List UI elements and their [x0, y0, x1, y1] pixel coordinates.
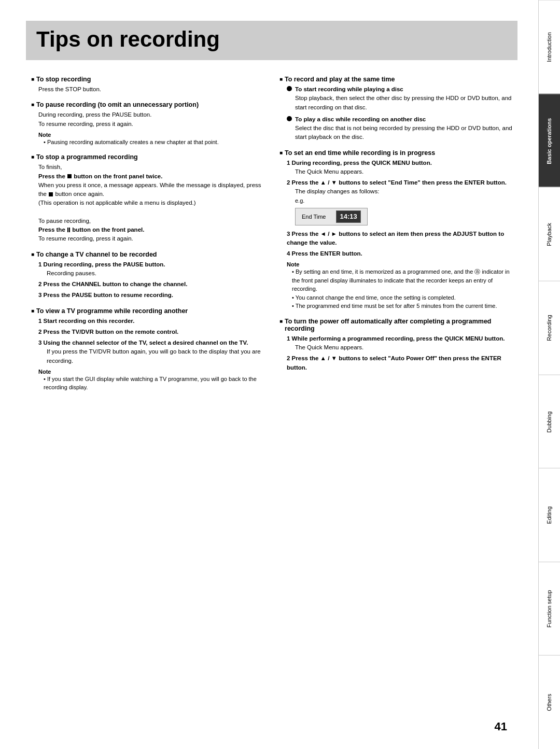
step-power-2: 2 Press the ▲ / ▼ buttons to select "Aut…: [287, 354, 512, 372]
section-heading-channel: To change a TV channel to be recorded: [31, 251, 264, 258]
record-play-title: To record and play at the same time: [285, 76, 395, 83]
sidebar-label-basic-operations: Basic operations: [545, 118, 553, 164]
end-time-title: To set an end time while recording is in…: [285, 149, 435, 157]
step-end-3: 3 Press the ◄ / ► buttons to select an i…: [287, 230, 512, 248]
change-channel-title: To change a TV channel to be recorded: [36, 251, 157, 258]
pause-recording-title: To pause recording (to omit an unnecessa…: [36, 101, 199, 108]
sidebar-label-others: Others: [545, 694, 553, 711]
two-columns: To stop recording Press the STOP button.…: [31, 76, 512, 399]
step-channel-1: 1 During recording, press the PAUSE butt…: [38, 260, 264, 278]
sidebar-tab-dubbing[interactable]: Dubbing: [539, 375, 560, 469]
right-column: To record and play at the same time To s…: [279, 76, 512, 399]
title-bar: Tips on recording: [26, 21, 517, 60]
section-stop-programmed: To stop a programmed recording To finish…: [31, 153, 264, 243]
section-heading-pause: To pause recording (to omit an unnecessa…: [31, 101, 264, 108]
sidebar-tab-function-setup[interactable]: Function setup: [539, 562, 560, 656]
stop-recording-title: To stop recording: [36, 76, 91, 83]
section-heading-stop: To stop recording: [31, 76, 264, 83]
auto-power-body: 1 While performing a programmed recordin…: [287, 334, 512, 372]
section-record-and-play: To record and play at the same time To s…: [279, 76, 512, 142]
section-heading-end-time: To set an end time while recording is in…: [279, 149, 512, 157]
sidebar-label-recording: Recording: [545, 315, 553, 341]
section-heading-stop-prog: To stop a programmed recording: [31, 153, 264, 161]
end-time-display: End Time 14:13: [295, 208, 368, 225]
step-view-2: 2 Press the TV/DVR button on the remote …: [38, 328, 264, 336]
note-text-end-3: The programmed end time must be set for …: [292, 302, 512, 310]
page-number: 41: [495, 720, 507, 733]
section-auto-power-off: To turn the power off automatically afte…: [279, 318, 512, 372]
note-label-end-time: Note: [287, 261, 512, 267]
sidebar-tab-basic-operations[interactable]: Basic operations: [539, 94, 560, 188]
stop-prog-body: To finish, Press the button on the front…: [38, 163, 264, 243]
note-text-pause: Pausing recording automatically creates …: [44, 138, 264, 147]
eg-label: e.g.: [295, 196, 512, 205]
change-channel-body: 1 During recording, press the PAUSE butt…: [38, 260, 264, 300]
stop-recording-body: Press the STOP button.: [38, 85, 264, 94]
view-while-rec-title: To view a TV programme while recording a…: [36, 307, 188, 315]
sidebar-tab-playback[interactable]: Playback: [539, 187, 560, 281]
stop-prog-title: To stop a programmed recording: [36, 153, 138, 161]
step-channel-2: 2 Press the CHANNEL button to change the…: [38, 280, 264, 289]
stop-prog-bold: Press the button on the front panel twic…: [38, 173, 162, 179]
sidebar-label-editing: Editing: [545, 506, 553, 524]
step-view-1: 1 Start recording on this recorder.: [38, 317, 264, 326]
step-channel-3: 3 Press the PAUSE button to resume recor…: [38, 291, 264, 300]
section-set-end-time: To set an end time while recording is in…: [279, 149, 512, 310]
section-view-while-recording: To view a TV programme while recording a…: [31, 307, 264, 392]
end-time-body: 1 During recording, press the QUICK MENU…: [287, 159, 512, 259]
step-end-4: 4 Press the ENTER button.: [287, 249, 512, 258]
note-text-end-2: You cannot change the end time, once the…: [292, 293, 512, 302]
bullet-play-disc: To play a disc while recording on anothe…: [287, 115, 512, 142]
pause-panel-bold: Press the button on the front panel.: [38, 227, 144, 233]
note-label-pause: Note: [38, 132, 264, 138]
step-view-3: 3 Using the channel selector of the TV, …: [38, 338, 264, 365]
section-heading-auto-power: To turn the power off automatically afte…: [279, 318, 512, 332]
step-end-2: 2 Press the ▲ / ▼ buttons to select "End…: [287, 178, 512, 228]
record-play-body: To start recording while playing a disc …: [287, 85, 512, 142]
sidebar-label-introduction: Introduction: [545, 32, 553, 62]
sidebar-tab-others[interactable]: Others: [539, 655, 560, 749]
note-text-view: If you start the GUI display while watch…: [44, 375, 264, 392]
section-heading-view: To view a TV programme while recording a…: [31, 307, 264, 315]
step-power-1: 1 While performing a programmed recordin…: [287, 334, 512, 352]
bullet-icon-1: [287, 86, 292, 91]
bullet-start-recording: To start recording while playing a disc …: [287, 85, 512, 112]
sidebar-label-playback: Playback: [545, 223, 553, 246]
sidebar-tab-editing[interactable]: Editing: [539, 468, 560, 562]
view-while-rec-body: 1 Start recording on this recorder. 2 Pr…: [38, 317, 264, 365]
step-end-1: 1 During recording, press the QUICK MENU…: [287, 159, 512, 177]
sidebar-tab-recording[interactable]: Recording: [539, 281, 560, 375]
section-change-channel: To change a TV channel to be recorded 1 …: [31, 251, 264, 300]
display-time-value: 14:13: [336, 210, 360, 223]
auto-power-title: To turn the power off automatically afte…: [285, 318, 512, 332]
display-end-label: End Time: [302, 213, 326, 221]
bullet-icon-2: [287, 116, 292, 121]
page-title: Tips on recording: [36, 27, 507, 52]
section-heading-record-play: To record and play at the same time: [279, 76, 512, 83]
section-stop-recording: To stop recording Press the STOP button.: [31, 76, 264, 94]
main-content: Tips on recording To stop recording Pres…: [0, 0, 538, 749]
left-column: To stop recording Press the STOP button.…: [31, 76, 264, 399]
section-pause-recording: To pause recording (to omit an unnecessa…: [31, 101, 264, 146]
sidebar-tab-introduction[interactable]: Introduction: [539, 0, 560, 94]
sidebar: Introduction Basic operations Playback R…: [538, 0, 560, 749]
view-note-block: Note If you start the GUI display while …: [38, 369, 264, 392]
sidebar-label-function-setup: Function setup: [545, 590, 553, 627]
page-wrapper: Tips on recording To stop recording Pres…: [0, 0, 560, 749]
sidebar-label-dubbing: Dubbing: [545, 411, 553, 432]
end-time-note-block: Note By setting an end time, it is memor…: [287, 261, 512, 310]
pause-recording-body: During recording, press the PAUSE button…: [38, 110, 264, 129]
pause-note-block: Note Pausing recording automatically cre…: [38, 132, 264, 147]
note-text-end-1: By setting an end time, it is memorized …: [292, 267, 512, 293]
note-label-view: Note: [38, 369, 264, 375]
